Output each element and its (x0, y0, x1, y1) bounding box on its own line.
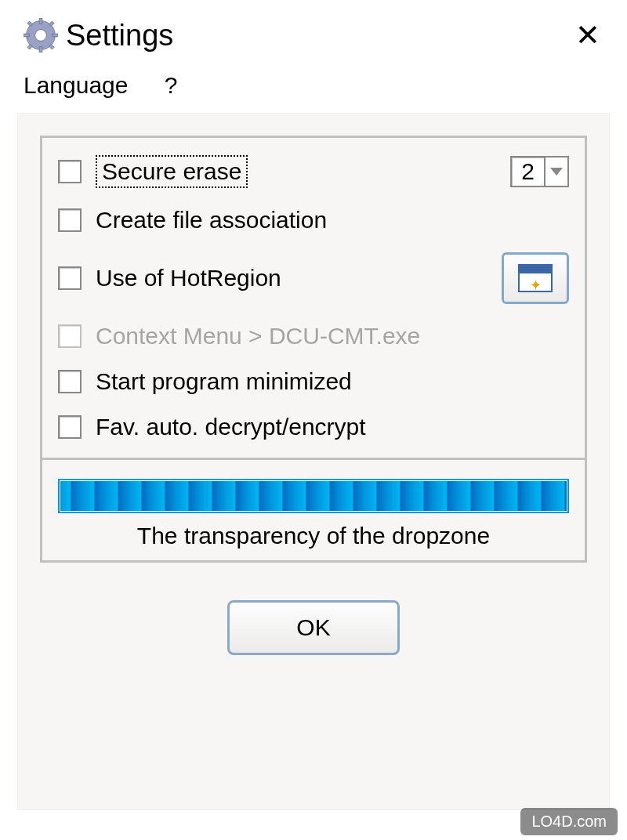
option-fav-crypt-row: Fav. auto. decrypt/encrypt (58, 414, 569, 440)
titlebar: Settings ✕ (0, 0, 627, 63)
start-min-label: Start program minimized (96, 368, 352, 395)
secure-erase-label: Secure erase (96, 155, 248, 188)
menu-language[interactable]: Language (24, 72, 128, 98)
menu-help[interactable]: ? (165, 72, 178, 98)
svg-marker-10 (550, 168, 563, 176)
menubar: Language ? (0, 63, 627, 107)
ok-button[interactable]: OK (227, 600, 400, 655)
svg-point-1 (35, 30, 47, 42)
chevron-down-icon (544, 158, 567, 186)
context-menu-label: Context Menu > DCU-CMT.exe (96, 323, 420, 349)
svg-rect-3 (39, 47, 42, 52)
content-panel: Secure erase 2 Create file association U… (17, 113, 610, 810)
secure-erase-checkbox[interactable] (58, 160, 82, 183)
secure-erase-value: 2 (512, 158, 544, 185)
transparency-slider[interactable] (58, 479, 569, 513)
gear-icon (24, 18, 58, 52)
context-menu-checkbox (58, 324, 82, 348)
transparency-group: The transparency of the dropzone (40, 460, 587, 563)
hotregion-label: Use of HotRegion (96, 265, 281, 291)
bottom-area: OK (18, 600, 609, 655)
svg-rect-4 (24, 34, 29, 37)
option-create-assoc-row: Create file association (58, 207, 569, 234)
option-start-min-row: Start program minimized (58, 368, 569, 395)
option-secure-erase-row: Secure erase 2 (58, 155, 569, 188)
create-assoc-checkbox[interactable] (58, 208, 82, 232)
close-button[interactable]: ✕ (572, 18, 603, 52)
hotregion-button[interactable]: ✦ (502, 252, 569, 304)
svg-rect-9 (27, 44, 32, 49)
transparency-caption: The transparency of the dropzone (58, 523, 569, 549)
option-hotregion-row: Use of HotRegion ✦ (58, 252, 569, 304)
option-context-menu-row: Context Menu > DCU-CMT.exe (58, 323, 569, 349)
secure-erase-dropdown[interactable]: 2 (510, 156, 569, 187)
svg-rect-8 (49, 21, 54, 26)
start-min-checkbox[interactable] (58, 370, 82, 393)
svg-rect-2 (39, 18, 42, 24)
svg-rect-7 (49, 44, 54, 49)
create-assoc-label: Create file association (96, 207, 327, 234)
ok-label: OK (296, 614, 330, 641)
watermark: LO4D.com (520, 808, 618, 835)
options-group: Secure erase 2 Create file association U… (40, 136, 587, 460)
fav-crypt-label: Fav. auto. decrypt/encrypt (96, 414, 366, 440)
fav-crypt-checkbox[interactable] (58, 415, 82, 439)
svg-rect-5 (53, 34, 58, 37)
window-title: Settings (66, 19, 572, 52)
hotregion-icon: ✦ (518, 264, 553, 292)
hotregion-checkbox[interactable] (58, 266, 82, 290)
